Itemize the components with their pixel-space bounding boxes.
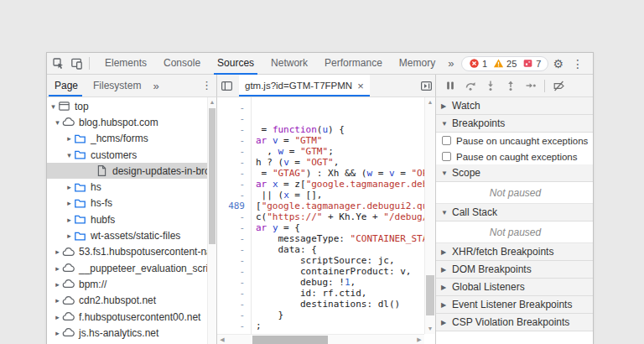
code-line[interactable]: -ar x = z["google.tagmanager.debug [217,179,424,190]
section-csp-violation-breakpoints[interactable]: ▶CSP Violation Breakpoints [436,314,594,331]
line-number[interactable]: - [217,168,251,179]
collapse-arrow-icon[interactable]: ▾ [53,118,62,127]
breakpoint-option[interactable]: Pause on caught exceptions [436,149,594,164]
scrollbar-thumb[interactable] [209,108,216,244]
line-number[interactable]: - [217,179,251,190]
scroll-left-icon[interactable]: ◀ [217,336,227,343]
navigator-tab-filesystem[interactable]: Filesystem [86,75,148,96]
tree-item[interactable]: design-updates-in-brows [47,163,207,179]
code-line[interactable]: - [217,102,424,113]
code-line[interactable]: -ar y = { [217,222,424,233]
expand-arrow-icon[interactable]: ▸ [65,216,74,224]
tree-item[interactable]: ▸53.fs1.hubspotusercontent-na [47,244,207,260]
navigator-menu-icon[interactable]: ⋮ [197,76,216,96]
code-line[interactable]: -h ? (v = "OGT", [217,157,424,168]
warning-badge[interactable]: 25 [493,58,517,69]
editor-horizontal-scrollbar[interactable]: ◀ ▶ [217,334,424,344]
code-line[interactable]: - data: { [217,244,424,255]
step-out-icon[interactable] [501,76,521,96]
collapse-arrow-icon[interactable]: ▾ [49,102,58,111]
section-dom-breakpoints[interactable]: ▶DOM Breakpoints [436,261,594,279]
expand-arrow-icon[interactable]: ▸ [65,199,74,207]
line-number[interactable]: - [217,266,251,277]
close-tab-icon[interactable]: × [357,80,364,92]
hide-navigator-icon[interactable] [217,76,236,95]
code-line[interactable]: - scriptSource: jc, [217,255,424,266]
code-line[interactable]: - id: rf.ctid, [217,288,424,299]
line-number[interactable]: - [217,146,251,157]
section-scope[interactable]: ▼Scope [436,164,594,182]
line-number[interactable]: - [217,310,251,321]
tree-item[interactable]: ▸hs [47,179,207,195]
line-number[interactable]: - [217,113,251,124]
tab-elements[interactable]: Elements [96,53,155,75]
breakpoint-option[interactable]: Pause on uncaught exceptions [436,133,594,149]
line-number[interactable]: - [217,255,251,266]
editor-vertical-scrollbar[interactable]: ▲ ▼ [424,97,435,334]
devtools-menu-icon[interactable]: ⋮ [568,54,588,74]
tree-item[interactable]: ▸wt-assets/static-files [47,227,207,243]
error-badge[interactable]: 1 [469,58,487,69]
code-line[interactable]: - = "GTAG") : Xh && (w = v = "OPT" [217,168,424,179]
line-number[interactable]: - [217,190,251,201]
checkbox[interactable] [442,152,451,161]
code-line[interactable]: - [217,113,424,124]
step-over-icon[interactable] [460,76,480,96]
tab-memory[interactable]: Memory [391,53,444,75]
tree-item[interactable]: ▸_hcms/forms [47,131,207,147]
section-breakpoints[interactable]: ▼Breakpoints [436,115,594,133]
show-sidebar-icon[interactable] [417,76,435,95]
code-line[interactable]: 489["google.tagmanager.debugui2.queu [217,201,424,211]
code-line[interactable]: - destinations: dl() [217,299,424,310]
line-number[interactable]: - [217,277,251,288]
deactivate-breakpoints-icon[interactable] [548,76,569,96]
issue-counter[interactable]: 1 25 7 [461,56,549,71]
tab-console[interactable]: Console [155,53,209,75]
inspect-element-icon[interactable] [49,55,67,73]
device-toolbar-icon[interactable] [67,55,86,73]
pause-script-icon[interactable] [440,76,460,96]
scroll-down-icon[interactable]: ▼ [425,324,435,334]
tree-item[interactable]: ▸f.hubspotusercontent00.net [47,309,207,325]
checkbox[interactable] [442,136,451,145]
section-call-stack[interactable]: ▼Call Stack [436,204,594,222]
section-xhr-fetch-breakpoints[interactable]: ▶XHR/fetch Breakpoints [436,243,594,261]
code-line[interactable]: - debug: !1, [217,277,424,288]
line-number[interactable]: - [217,157,251,168]
tree-item[interactable]: ▸hubfs [47,211,207,227]
line-number[interactable]: - [217,299,251,310]
tree-item[interactable]: ▸bpm:// [47,276,207,292]
navigator-scrollbar[interactable]: ▲ [207,97,216,344]
navigator-tab-page[interactable]: Page [47,75,86,96]
line-number[interactable]: - [217,135,251,146]
tree-item[interactable]: ▸js.hs-banner.com [47,341,207,344]
tab-network[interactable]: Network [262,53,316,75]
line-number[interactable]: - [217,321,251,331]
scroll-up-icon[interactable]: ▲ [425,97,435,107]
code-line[interactable]: - } [217,310,424,321]
code-line[interactable]: - || (x = [], [217,190,424,201]
step-into-icon[interactable] [480,76,501,96]
tree-item[interactable]: ▸cdn2.hubspot.net [47,293,207,309]
section-event-listener-breakpoints[interactable]: ▶Event Listener Breakpoints [436,296,594,314]
line-number[interactable]: - [217,124,251,135]
more-navigator-tabs-icon[interactable]: » [148,76,163,96]
line-number[interactable]: - [217,244,251,255]
expand-arrow-icon[interactable]: ▸ [65,134,74,143]
line-number[interactable]: - [217,233,251,244]
expand-arrow-icon[interactable]: ▸ [53,296,62,305]
tree-item[interactable]: ▾customers [47,147,207,163]
expand-arrow-icon[interactable]: ▸ [53,264,62,273]
tab-sources[interactable]: Sources [209,53,262,75]
scroll-right-icon[interactable]: ▶ [414,336,424,343]
settings-gear-icon[interactable]: ⚙ [548,54,568,74]
line-number[interactable]: 489 [217,201,251,211]
editor-file-tab[interactable]: gtm.js?id=GTM-T7FPMN × [239,75,370,96]
tab-performance[interactable]: Performance [316,53,391,75]
expand-arrow-icon[interactable]: ▸ [65,232,74,240]
step-icon[interactable] [521,76,541,96]
collapse-arrow-icon[interactable]: ▾ [65,151,74,159]
tree-item[interactable]: ▾blog.hubspot.com [47,114,207,130]
code-line[interactable]: -ar v = "GTM" [217,135,424,146]
expand-arrow-icon[interactable]: ▸ [53,248,62,256]
